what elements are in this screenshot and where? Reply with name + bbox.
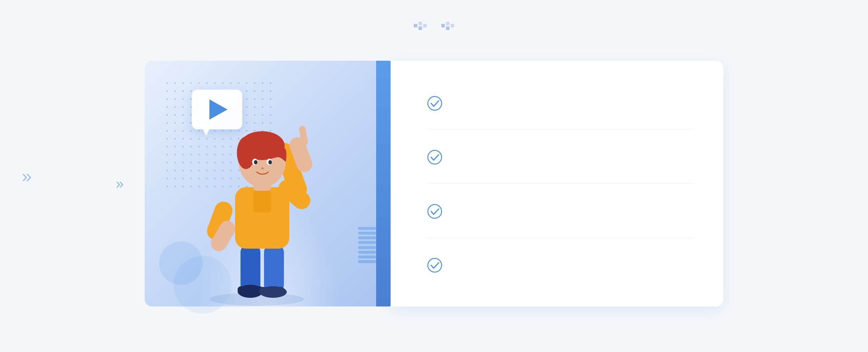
page-left-chevron: » [22, 166, 32, 186]
features-panel [391, 61, 723, 306]
svg-rect-31 [253, 191, 271, 213]
svg-point-24 [254, 160, 258, 164]
svg-point-33 [428, 150, 442, 164]
feature-item-2 [427, 141, 694, 172]
check-circle-icon-2 [427, 149, 443, 165]
header-section [414, 22, 454, 39]
svg-point-25 [268, 160, 272, 164]
svg-point-26 [261, 167, 264, 169]
illustration-area: const dotsContainer = document.querySele… [145, 61, 391, 306]
stripe-line-1 [358, 227, 376, 230]
svg-point-34 [428, 205, 442, 218]
stripe-line-3 [358, 236, 376, 239]
stripe-line-5 [358, 246, 376, 249]
feature-icon-2 [427, 149, 443, 165]
svg-rect-1 [418, 22, 422, 25]
stripe-decoration [358, 227, 376, 263]
title-decorator-right [441, 22, 454, 33]
check-circle-icon-1 [427, 95, 443, 111]
svg-rect-3 [423, 24, 427, 27]
left-chevrons: » [116, 176, 124, 192]
feature-icon-1 [427, 95, 443, 111]
svg-rect-7 [451, 24, 454, 27]
svg-rect-12 [238, 286, 263, 293]
stripe-line-7 [358, 256, 376, 258]
page-container: const dotsContainer = document.querySele… [0, 0, 868, 352]
feature-item-4 [427, 249, 694, 280]
feature-divider-2 [427, 183, 694, 184]
svg-rect-14 [259, 287, 285, 293]
title-decorator-left [414, 22, 427, 33]
feature-divider-1 [427, 129, 694, 130]
svg-rect-0 [414, 24, 417, 27]
svg-rect-4 [441, 24, 445, 27]
stripe-line-8 [358, 260, 376, 263]
svg-point-21 [237, 137, 255, 169]
title-row [414, 22, 454, 33]
chevron-left-icon: » [116, 176, 124, 192]
svg-rect-6 [446, 26, 450, 30]
stripe-line-4 [358, 241, 376, 244]
character-illustration [181, 90, 333, 306]
blue-strip [376, 61, 391, 306]
svg-rect-2 [418, 26, 422, 30]
svg-point-35 [428, 258, 442, 272]
feature-divider-3 [427, 237, 694, 238]
check-circle-icon-3 [427, 203, 443, 219]
svg-rect-10 [264, 245, 284, 292]
stripe-line-2 [358, 232, 376, 235]
main-content: const dotsContainer = document.querySele… [145, 61, 723, 306]
feature-icon-4 [427, 257, 443, 273]
svg-point-32 [428, 96, 442, 110]
stripe-line-6 [358, 251, 376, 254]
check-circle-icon-4 [427, 257, 443, 273]
feature-item-1 [427, 87, 694, 118]
svg-rect-5 [446, 22, 450, 25]
feature-icon-3 [427, 203, 443, 219]
feature-item-3 [427, 196, 694, 226]
